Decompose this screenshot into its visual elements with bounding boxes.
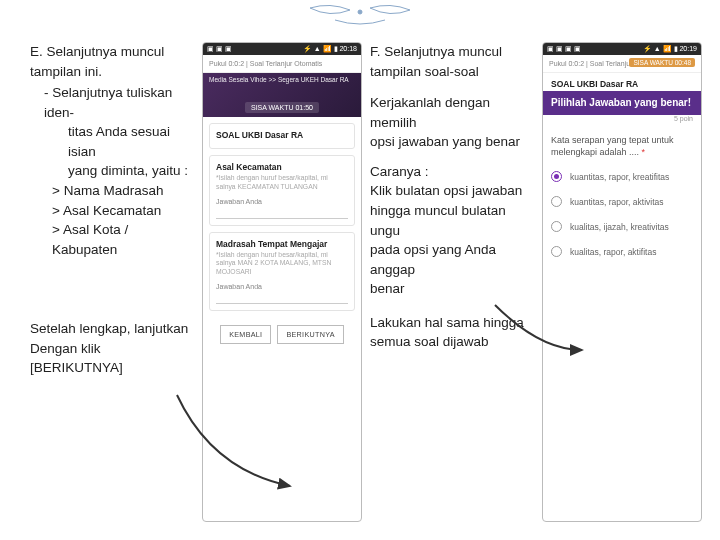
kecamatan-label: Asal Kecamatan (216, 162, 348, 172)
status-left-2: ▣ ▣ ▣ ▣ (547, 45, 581, 53)
option-label: kualitas, rapor, aktifitas (570, 247, 656, 257)
step-f-p1: Kerjakanlah dengan memilih (370, 93, 536, 132)
points-label: 5 poin (543, 115, 701, 126)
step-e-sub-1: - Selanjutnya tuliskan iden- (30, 83, 196, 122)
question-text: Kata serapan yang tepat untuk melengkapi… (543, 126, 701, 160)
step-e-sub-1b: titas Anda sesuai isian (30, 122, 196, 161)
app-bar-2: Pukul 0:0:2 | Soal Terlanjur Otomatis SI… (543, 55, 701, 73)
radio-icon[interactable] (551, 196, 562, 207)
madrasah-input[interactable] (216, 296, 348, 304)
step-e-bullet-1: > Nama Madrasah (30, 181, 196, 201)
status-left: ▣ ▣ ▣ (207, 45, 232, 53)
option-2[interactable]: kuantitas, rapor, aktivitas (551, 189, 693, 214)
next-button[interactable]: BERIKUTNYA (277, 325, 343, 344)
step-f-p3c: pada opsi yang Anda anggap (370, 240, 536, 279)
phone-mock-form: ▣ ▣ ▣ ⚡ ▲ 📶 ▮ 20:18 Pukul 0:0:2 | Soal T… (202, 42, 362, 522)
step-f-p1b: opsi jawaban yang benar (370, 132, 536, 152)
option-label: kualitas, ijazah, kreativitas (570, 222, 669, 232)
step-e-lower-1: Setelah lengkap, lanjutkan (30, 319, 196, 339)
back-button[interactable]: KEMBALI (220, 325, 271, 344)
instruction-bar: Pilihlah Jawaban yang benar! (543, 91, 701, 115)
timer-pill: SISA WAKTU 00:48 (629, 58, 695, 67)
step-f-p4b: semua soal dijawab (370, 332, 536, 352)
left-text: E. Selanjutnya muncul tampilan ini. - Se… (30, 42, 196, 522)
timer-badge: SISA WAKTU 01:50 (245, 102, 319, 113)
right-text: F. Selanjutnya muncul tampilan soal-soal… (370, 42, 536, 522)
option-3[interactable]: kualitas, ijazah, kreativitas (551, 214, 693, 239)
status-bar-2: ▣ ▣ ▣ ▣ ⚡ ▲ 📶 ▮ 20:19 (543, 43, 701, 55)
answer-label-2: Jawaban Anda (216, 283, 348, 290)
step-f-p3: Klik bulatan opsi jawaban (370, 181, 536, 201)
step-f-p2: Caranya : (370, 162, 536, 182)
radio-icon[interactable] (551, 246, 562, 257)
kecamatan-input[interactable] (216, 211, 348, 219)
quiz-subject: SOAL UKBI Dasar RA (543, 73, 701, 91)
options-list: kuantitas, rapor, kreatifitaskuantitas, … (543, 160, 701, 274)
option-4[interactable]: kualitas, rapor, aktifitas (551, 239, 693, 264)
madrasah-hint: *Isilah dengan huruf besar/kapital, mi s… (216, 251, 348, 277)
step-e-bullet-3: > Asal Kota / Kabupaten (30, 220, 196, 259)
nav-buttons: KEMBALI BERIKUTNYA (203, 317, 361, 354)
step-f-p3b: hingga muncul bulatan ungu (370, 201, 536, 240)
hero-banner: Media Sesela Vihde >> Segera UKEH Dasar … (203, 73, 361, 117)
svg-point-0 (358, 10, 362, 14)
subject-title: SOAL UKBI Dasar RA (216, 130, 348, 140)
subject-card: SOAL UKBI Dasar RA (209, 123, 355, 149)
step-f-p3d: benar (370, 279, 536, 299)
step-e-sub-1c: yang diminta, yaitu : (30, 161, 196, 181)
status-right-2: ⚡ ▲ 📶 ▮ 20:19 (643, 45, 697, 53)
status-bar: ▣ ▣ ▣ ⚡ ▲ 📶 ▮ 20:18 (203, 43, 361, 55)
left-column: E. Selanjutnya muncul tampilan ini. - Se… (30, 42, 362, 522)
option-label: kuantitas, rapor, kreatifitas (570, 172, 669, 182)
step-e-heading: E. Selanjutnya muncul tampilan ini. (30, 42, 196, 81)
slide-decoration (300, 0, 420, 28)
app-bar: Pukul 0:0:2 | Soal Terlanjur Otomatis (203, 55, 361, 73)
phone-mock-quiz: ▣ ▣ ▣ ▣ ⚡ ▲ 📶 ▮ 20:19 Pukul 0:0:2 | Soal… (542, 42, 702, 522)
madrasah-label: Madrasah Tempat Mengajar (216, 239, 348, 249)
kecamatan-hint: *Isilah dengan huruf besar/kapital, mi s… (216, 174, 348, 192)
step-f-p4: Lakukan hal sama hingga (370, 313, 536, 333)
step-f-heading: F. Selanjutnya muncul tampilan soal-soal (370, 42, 536, 81)
radio-icon[interactable] (551, 221, 562, 232)
step-e-lower-2: Dengan klik [BERIKUTNYA] (30, 339, 196, 378)
option-1[interactable]: kuantitas, rapor, kreatifitas (551, 164, 693, 189)
hero-breadcrumb: Media Sesela Vihde >> Segera UKEH Dasar … (209, 76, 355, 83)
app-bar-text: Pukul 0:0:2 | Soal Terlanjur Otomatis (209, 60, 322, 67)
field-madrasah: Madrasah Tempat Mengajar *Isilah dengan … (209, 232, 355, 311)
radio-icon[interactable] (551, 171, 562, 182)
answer-label-1: Jawaban Anda (216, 198, 348, 205)
right-column: F. Selanjutnya muncul tampilan soal-soal… (370, 42, 702, 522)
option-label: kuantitas, rapor, aktivitas (570, 197, 664, 207)
field-kecamatan: Asal Kecamatan *Isilah dengan huruf besa… (209, 155, 355, 226)
status-right: ⚡ ▲ 📶 ▮ 20:18 (303, 45, 357, 53)
step-e-bullet-2: > Asal Kecamatan (30, 201, 196, 221)
